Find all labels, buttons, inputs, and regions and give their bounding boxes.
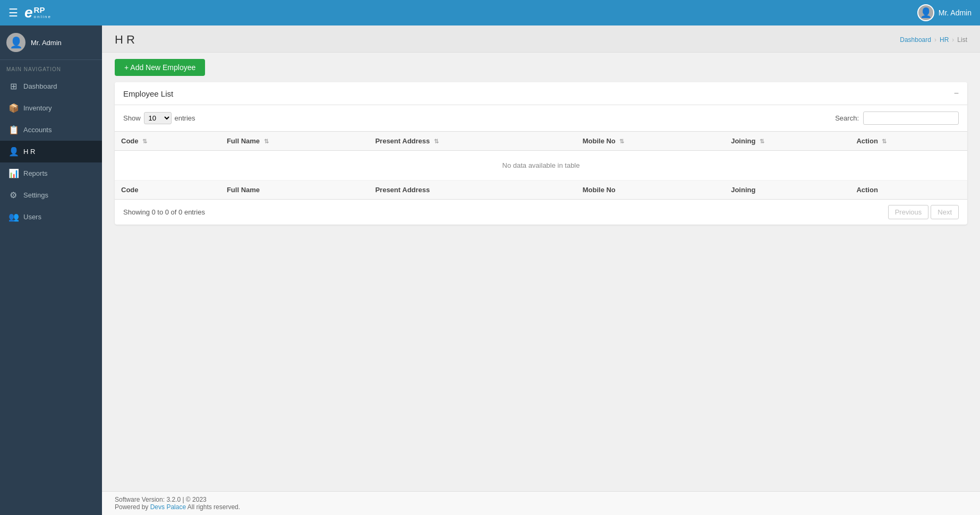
navbar-left: ☰ e RP online <box>8 5 52 20</box>
sidebar-item-label-dashboard: Dashboard <box>23 82 57 90</box>
card-header: Employee List − <box>115 82 967 105</box>
entries-select[interactable]: 10 25 50 100 <box>144 112 172 124</box>
sidebar-item-reports[interactable]: 📊 Reports <box>0 162 102 184</box>
sidebar-item-label-users: Users <box>23 213 41 221</box>
sidebar-nav-label: Main Navigation <box>0 60 102 75</box>
sidebar-avatar: 👤 <box>6 33 25 52</box>
sidebar-username: Mr. Admin <box>31 39 62 47</box>
top-username: Mr. Admin <box>939 8 972 17</box>
search-control: Search: <box>835 111 959 125</box>
breadcrumb-dashboard[interactable]: Dashboard <box>900 36 931 44</box>
table-header-row: Code ⇅ Full Name ⇅ Present Address ⇅ <box>115 132 967 151</box>
col-action[interactable]: Action ⇅ <box>850 132 967 151</box>
sidebar-item-label-inventory: Inventory <box>23 104 52 112</box>
showing-entries: Showing 0 to 0 of 0 entries <box>123 208 205 216</box>
footer-version: Software Version: 3.2.0 | © 2023 <box>115 496 967 503</box>
table-no-data-row: No data available in table <box>115 151 967 181</box>
no-data-message: No data available in table <box>115 151 967 181</box>
footer-col-full-name: Full Name <box>220 181 369 200</box>
sidebar-item-accounts[interactable]: 📋 Accounts <box>0 119 102 141</box>
entries-control: Show 10 25 50 100 entries <box>123 112 195 124</box>
footer-col-code: Code <box>115 181 220 200</box>
sidebar-user: 👤 Mr. Admin <box>0 25 102 60</box>
table-footer-row: Code Full Name Present Address Mobile No <box>115 181 967 200</box>
search-input[interactable] <box>863 111 959 125</box>
table-footer: Code Full Name Present Address Mobile No <box>115 181 967 200</box>
sort-icon-joining: ⇅ <box>760 138 764 144</box>
top-user-avatar: 👤 <box>917 4 934 21</box>
footer-rights: All rights reserved. <box>186 503 240 511</box>
navbar-right: 👤 Mr. Admin <box>917 4 972 21</box>
page-header: H R Dashboard › HR › List <box>102 25 980 53</box>
search-label: Search: <box>835 114 859 122</box>
settings-icon: ⚙ <box>8 190 18 200</box>
footer-powered: Powered by Devs Palace All rights reserv… <box>115 503 967 511</box>
hr-icon: 👤 <box>8 147 18 157</box>
users-icon: 👥 <box>8 212 18 222</box>
sidebar-item-hr[interactable]: 👤 H R <box>0 141 102 162</box>
sidebar-item-users[interactable]: 👥 Users <box>0 206 102 228</box>
card-title: Employee List <box>123 89 173 98</box>
reports-icon: 📊 <box>8 168 18 178</box>
col-full-name[interactable]: Full Name ⇅ <box>220 132 369 151</box>
footer-col-mobile-no: Mobile No <box>576 181 725 200</box>
toolbar: + Add New Employee <box>102 53 980 82</box>
entries-suffix: entries <box>175 114 195 122</box>
pagination-buttons: Previous Next <box>888 205 959 219</box>
employee-list-card: Employee List − Show 10 25 50 100 entrie… <box>115 82 967 225</box>
logo: e RP online <box>24 5 52 20</box>
page-title: H R <box>115 33 135 47</box>
logo-text: e RP online <box>24 5 52 20</box>
sidebar-item-inventory[interactable]: 📦 Inventory <box>0 97 102 119</box>
main-footer: Software Version: 3.2.0 | © 2023 Powered… <box>102 491 980 515</box>
employee-table: Code ⇅ Full Name ⇅ Present Address ⇅ <box>115 131 967 200</box>
breadcrumb-sep-2: › <box>952 36 954 44</box>
top-navbar: ☰ e RP online 👤 Mr. Admin <box>0 0 980 25</box>
sidebar: 👤 Mr. Admin Main Navigation ⊞ Dashboard … <box>0 25 102 515</box>
sort-icon-action: ⇅ <box>882 138 887 144</box>
sort-icon-fullname: ⇅ <box>264 138 269 144</box>
prev-button[interactable]: Previous <box>888 205 929 219</box>
footer-col-present-address: Present Address <box>369 181 576 200</box>
col-joining[interactable]: Joining ⇅ <box>725 132 850 151</box>
table-body: No data available in table <box>115 151 967 181</box>
app-body: 👤 Mr. Admin Main Navigation ⊞ Dashboard … <box>0 25 980 515</box>
breadcrumb-hr[interactable]: HR <box>940 36 949 44</box>
content-area: Employee List − Show 10 25 50 100 entrie… <box>102 82 980 491</box>
col-present-address[interactable]: Present Address ⇅ <box>369 132 576 151</box>
footer-col-joining: Joining <box>725 181 850 200</box>
dashboard-icon: ⊞ <box>8 81 18 91</box>
card-minimize-button[interactable]: − <box>954 89 959 98</box>
breadcrumb: Dashboard › HR › List <box>900 36 967 44</box>
sort-icon-address: ⇅ <box>434 138 439 144</box>
sidebar-item-label-settings: Settings <box>23 191 48 199</box>
add-new-employee-button[interactable]: + Add New Employee <box>115 59 205 76</box>
logo-e-icon: e <box>24 5 33 20</box>
breadcrumb-current: List <box>957 36 967 44</box>
logo-rp-text: RP online <box>34 6 52 19</box>
table-controls-top: Show 10 25 50 100 entries Search: <box>115 105 967 131</box>
inventory-icon: 📦 <box>8 103 18 113</box>
footer-powered-by: Powered by <box>115 503 150 511</box>
footer-col-action: Action <box>850 181 967 200</box>
hamburger-icon[interactable]: ☰ <box>8 6 18 19</box>
main-content: H R Dashboard › HR › List + Add New Empl… <box>102 25 980 515</box>
pagination-area: Showing 0 to 0 of 0 entries Previous Nex… <box>115 200 967 225</box>
col-code[interactable]: Code ⇅ <box>115 132 220 151</box>
sort-icon-code: ⇅ <box>142 138 147 144</box>
breadcrumb-sep-1: › <box>934 36 936 44</box>
table-header: Code ⇅ Full Name ⇅ Present Address ⇅ <box>115 132 967 151</box>
show-label: Show <box>123 114 141 122</box>
footer-company-link[interactable]: Devs Palace <box>150 503 186 511</box>
sidebar-item-label-accounts: Accounts <box>23 126 52 134</box>
accounts-icon: 📋 <box>8 125 18 135</box>
col-mobile-no[interactable]: Mobile No ⇅ <box>576 132 725 151</box>
sidebar-item-dashboard[interactable]: ⊞ Dashboard <box>0 75 102 97</box>
next-button[interactable]: Next <box>931 205 959 219</box>
sidebar-item-label-hr: H R <box>23 148 35 156</box>
sort-icon-mobile: ⇅ <box>619 138 624 144</box>
sidebar-item-label-reports: Reports <box>23 169 48 177</box>
sidebar-item-settings[interactable]: ⚙ Settings <box>0 184 102 206</box>
